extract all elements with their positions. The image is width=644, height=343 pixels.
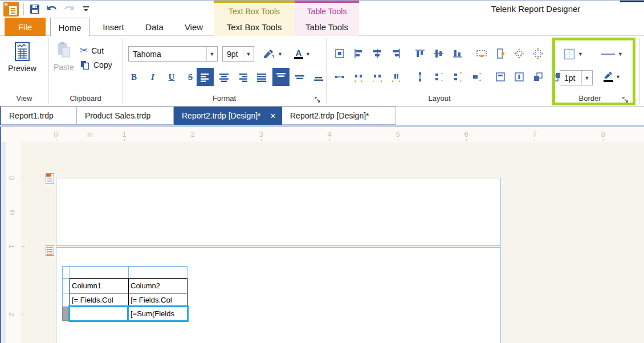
table-column-handle-2[interactable] — [128, 266, 188, 279]
ruler-tick — [124, 139, 125, 141]
tab-view[interactable]: View — [179, 18, 209, 36]
tab-home[interactable]: Home — [50, 18, 89, 36]
line-style-button[interactable]: ▼ — [598, 46, 625, 62]
format-dialog-launcher-icon[interactable] — [315, 96, 323, 104]
valign-top-button[interactable] — [272, 68, 290, 86]
align-frame-horizontal-button[interactable] — [491, 69, 509, 84]
copy-button[interactable]: Copy — [80, 60, 112, 70]
doc-tab-report2[interactable]: Report2.trdp [Design]* — [282, 107, 396, 125]
remove-horizontal-spacing-button[interactable] — [387, 69, 405, 84]
table-corner-handle[interactable] — [62, 266, 70, 279]
make-same-width-button[interactable] — [331, 69, 348, 84]
size-to-grid-button[interactable] — [472, 46, 490, 61]
doc-tab-report2-active[interactable]: Report2.trdp [Design]* ✕ — [174, 107, 282, 125]
group-label-border: Border — [553, 94, 627, 105]
table-cell-detail-2[interactable]: [= Fields.Col — [128, 293, 188, 307]
chevron-down-icon[interactable]: ▼ — [618, 51, 623, 57]
table-cell-header-2[interactable]: Column2 — [128, 278, 188, 293]
doc-tab-report1[interactable]: Report1.trdp — [1, 107, 77, 125]
align-lefts-button[interactable] — [349, 46, 367, 61]
chevron-down-icon[interactable]: ▼ — [243, 47, 254, 61]
table-column-handle-1[interactable] — [70, 266, 129, 279]
ruler-label: 8 — [601, 130, 605, 138]
font-name-combo[interactable]: Tahoma ▼ — [128, 46, 218, 62]
tab-insert[interactable]: Insert — [96, 18, 131, 36]
save-icon[interactable] — [28, 3, 41, 15]
undo-icon[interactable] — [46, 3, 58, 15]
make-same-height-button[interactable] — [411, 69, 429, 84]
increase-vertical-spacing-button[interactable] — [430, 69, 447, 84]
ruler-tick — [603, 139, 604, 141]
align-rights-button[interactable] — [387, 46, 405, 61]
align-left-button[interactable] — [197, 68, 214, 86]
design-surface[interactable]: 0in12 Column1 Column2 [= Fields.Col [= F… — [0, 142, 644, 343]
font-size-combo[interactable]: 9pt ▼ — [222, 46, 254, 62]
align-to-grid-button[interactable] — [331, 46, 348, 61]
bold-label: B — [131, 72, 137, 82]
align-center-button[interactable] — [215, 68, 233, 86]
border-width-combo[interactable]: 1pt ▼ — [560, 70, 593, 85]
font-name-value: Tahoma — [129, 47, 206, 61]
valign-middle-button[interactable] — [291, 68, 308, 86]
paste-button[interactable]: Paste — [54, 42, 74, 72]
background-color-button[interactable]: ▼ — [259, 46, 285, 62]
grow-to-largest-button[interactable] — [510, 46, 528, 61]
tab-table-tools[interactable]: Table Tools — [295, 18, 359, 36]
align-justify-button[interactable] — [253, 68, 270, 86]
valign-bottom-button[interactable] — [310, 68, 327, 86]
decrease-vertical-spacing-button[interactable] — [449, 69, 466, 84]
tab-data[interactable]: Data — [139, 18, 170, 36]
chevron-down-icon[interactable]: ▼ — [581, 71, 592, 85]
detail-section-icon[interactable] — [46, 245, 54, 256]
table-cell-footer-2[interactable]: [=Sum(Fields — [128, 307, 188, 321]
icon-gap — [467, 46, 471, 61]
chevron-down-icon[interactable]: ▼ — [206, 47, 217, 61]
ruler-label: 7 — [532, 130, 536, 138]
align-centers-button[interactable] — [368, 46, 386, 61]
align-frame-vertical-button[interactable] — [510, 69, 528, 84]
redo-icon[interactable] — [63, 3, 75, 15]
table-cell-detail-1[interactable]: [= Fields.Col — [70, 293, 129, 307]
tab-textbox-tools[interactable]: Text Box Tools — [214, 18, 295, 36]
customize-quick-access-icon[interactable] — [80, 3, 92, 15]
table-cell-header-1[interactable]: Column1 — [70, 278, 129, 293]
line-color-button[interactable]: ▼ — [601, 69, 623, 84]
chevron-down-icon[interactable]: ▼ — [578, 51, 583, 57]
align-tops-button[interactable] — [411, 46, 429, 61]
shrink-to-smallest-button[interactable] — [529, 46, 547, 61]
table-row-handle-2[interactable] — [62, 293, 70, 307]
doc-tab-label: Report1.trdp — [9, 111, 54, 120]
title-bar: R Text Box Tools Table Tools Telerik Rep… — [0, 1, 644, 18]
border-select-button[interactable]: ▼ — [561, 46, 585, 62]
page-header-section-icon[interactable] — [46, 173, 54, 184]
border-dialog-launcher-icon[interactable] — [622, 96, 630, 104]
chevron-down-icon[interactable]: ▼ — [616, 74, 621, 80]
underline-button[interactable]: U — [163, 68, 180, 86]
vertical-ruler[interactable]: 0in12 — [6, 142, 21, 343]
chevron-down-icon[interactable]: ▼ — [305, 51, 311, 57]
font-color-button[interactable]: A ▼ — [292, 46, 313, 62]
italic-button[interactable]: I — [144, 68, 161, 86]
remove-vertical-spacing-button[interactable] — [467, 69, 485, 84]
align-bottoms-button[interactable] — [449, 46, 466, 61]
bold-button[interactable]: B — [125, 68, 142, 86]
chevron-down-icon[interactable]: ▼ — [278, 51, 283, 57]
bring-to-front-button[interactable] — [529, 69, 547, 84]
align-right-button[interactable] — [234, 68, 251, 86]
cut-button[interactable]: ✂ Cut — [80, 44, 104, 56]
close-icon[interactable]: ✕ — [270, 112, 276, 120]
preview-button[interactable]: Preview — [8, 42, 36, 73]
report-section-page-header[interactable] — [56, 178, 501, 246]
app-icon[interactable]: R — [3, 2, 19, 17]
horizontal-ruler[interactable]: 0in12345678 — [0, 127, 644, 142]
decrease-horizontal-spacing-button[interactable] — [368, 69, 386, 84]
align-middles-button[interactable] — [430, 46, 447, 61]
increase-horizontal-spacing-button[interactable] — [349, 69, 367, 84]
doc-tab-product-sales[interactable]: Product Sales.trdp — [77, 107, 174, 125]
tab-file[interactable]: File — [5, 18, 46, 36]
table-row-handle-1[interactable] — [62, 278, 70, 293]
group-separator — [639, 38, 640, 104]
size-to-control-button[interactable] — [491, 46, 509, 61]
table-cell-footer-1[interactable] — [70, 307, 129, 321]
table-row-handle-3-selected[interactable] — [62, 307, 70, 321]
